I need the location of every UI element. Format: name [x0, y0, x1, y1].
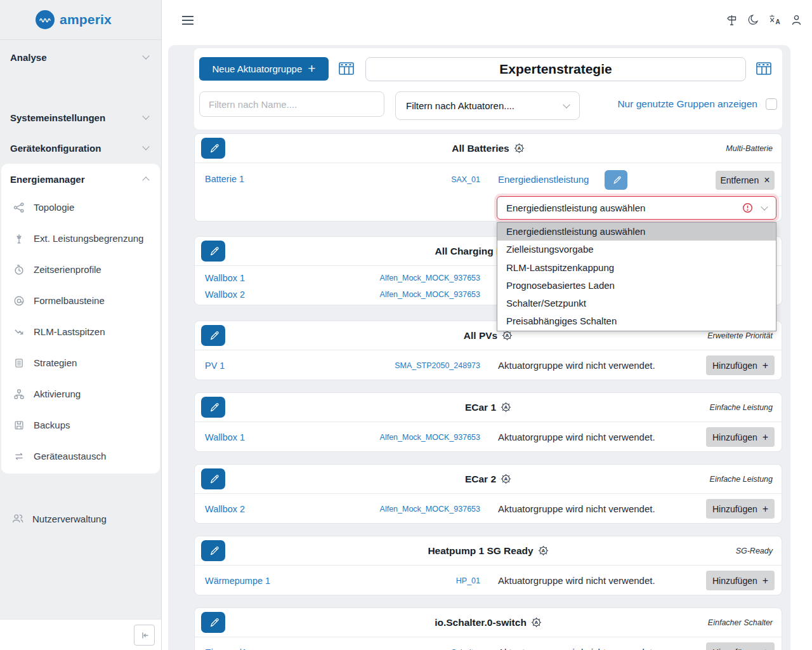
dropdown-option[interactable]: RLM-Lastspitzenkappung [497, 259, 776, 277]
group-card-heatpump-1: Heatpump 1 SG Ready A SG-Ready Wärmepump… [194, 536, 782, 595]
group-type-label: Multi-Batterie [726, 144, 773, 153]
service-dropdown-menu: Energiedienstleistung auswählen Zielleis… [497, 222, 776, 331]
add-group-button[interactable]: Hinzufügen + [706, 355, 775, 375]
device-link[interactable]: Alfen_Mock_MOCK_937653 [380, 505, 480, 514]
actuator-link[interactable]: Eingang/Ausgang [205, 647, 278, 650]
add-group-button[interactable]: Hinzufügen + [706, 571, 775, 590]
edit-group-button[interactable] [201, 612, 225, 633]
sidebar-item-aktivierung[interactable]: Aktivierung [1, 378, 160, 409]
amperix-wave-icon [36, 10, 55, 29]
chevron-down-icon [563, 101, 570, 108]
sidebar-section-systemeinstellungen[interactable]: Systemeinstellungen [0, 106, 161, 129]
device-link[interactable]: Alfen_Mock_MOCK_937653 [380, 433, 480, 442]
sidebar-item-nutzerverwaltung[interactable]: Nutzerverwaltung [0, 507, 161, 530]
actuator-link[interactable]: Batterie 1 [205, 174, 244, 184]
service-select-invalid[interactable]: Energiedienstleistung auswählen [497, 196, 776, 220]
sidebar-collapse-button[interactable] [134, 625, 155, 646]
sidebar-item-strategien[interactable]: Strategien [1, 347, 160, 378]
sidebar-item-rlm-lastspitzen[interactable]: RLM-Lastspitzen [1, 316, 160, 347]
timeseries-icon [13, 263, 25, 276]
service-link[interactable]: Energiedienstleistung [498, 174, 589, 185]
show-used-groups-checkbox[interactable] [766, 98, 777, 110]
filter-actuators-select[interactable]: Filtern nach Aktuatoren.... [395, 91, 580, 120]
dropdown-option[interactable]: Schalter/Setzpunkt [497, 295, 776, 312]
dropdown-option[interactable]: Zielleistungsvorgabe [497, 241, 776, 258]
group-type-label: SG-Ready [736, 547, 773, 555]
language-translate-icon[interactable]: A [768, 13, 782, 27]
group-title: Heatpump 1 SG Ready [428, 545, 533, 557]
edit-group-button[interactable] [201, 397, 225, 418]
sidebar-item-formelbausteine[interactable]: Formelbausteine [1, 285, 160, 316]
new-actuator-group-button[interactable]: Neue Aktuatorgruppe + [199, 57, 329, 81]
dark-mode-moon-icon[interactable] [746, 13, 760, 27]
auto-badge-icon: A [501, 474, 511, 484]
actuator-link[interactable]: Wallbox 2 [205, 504, 245, 514]
edit-group-button[interactable] [201, 241, 225, 262]
device-link[interactable]: SMA_STP2050_248973 [395, 361, 480, 370]
dropdown-option[interactable]: Prognosebasiertes Laden [497, 277, 776, 295]
actuator-link[interactable]: Wallbox 1 [205, 432, 245, 442]
strategy-header-panel: Neue Aktuatorgruppe + Filtern nach Aktua… [194, 48, 782, 129]
sidebar-item-ext-leistungsbegrenzung[interactable]: Ext. Leistungsbegrenzung [1, 223, 160, 254]
group-list-view-icon[interactable] [336, 58, 357, 79]
topology-icon [13, 201, 25, 214]
sidebar-section-geraetekonfiguration[interactable]: Gerätekonfiguration [0, 136, 161, 159]
actuator-link[interactable]: Wallbox 2 [205, 289, 245, 300]
sidebar-item-geraeteaustausch[interactable]: Geräteaustausch [1, 441, 160, 472]
strategy-title-input[interactable] [365, 57, 746, 81]
signpost-icon[interactable] [724, 13, 738, 27]
menu-toggle-icon[interactable] [181, 13, 195, 27]
main-content: Neue Aktuatorgruppe + Filtern nach Aktua… [162, 40, 812, 650]
sidebar-section-energiemanager[interactable]: Energiemanager [1, 166, 160, 192]
chevron-down-icon [761, 203, 768, 210]
show-used-groups-toggle[interactable]: Nur genutzte Gruppen anzeigen [617, 98, 777, 110]
chevron-up-icon [142, 176, 149, 183]
device-link[interactable]: Alfen_Mock_MOCK_937653 [380, 290, 480, 299]
svg-text:A: A [541, 548, 545, 554]
edit-group-button[interactable] [201, 325, 225, 346]
auto-badge-icon: A [538, 545, 549, 556]
actuator-link[interactable]: PV 1 [205, 361, 225, 371]
brand-logo[interactable]: amperix [0, 0, 161, 40]
svg-text:A: A [517, 145, 521, 151]
filter-name-input[interactable] [199, 91, 384, 117]
dropdown-option[interactable]: Preisabhängiges Schalten [497, 312, 776, 330]
auto-badge-icon: A [514, 143, 525, 154]
user-account-icon[interactable] [789, 13, 803, 27]
device-link[interactable]: SAX_01 [451, 175, 480, 184]
actuator-link[interactable]: Wärmepumpe 1 [205, 576, 270, 586]
app-window: amperix Analyse Systemeinstellungen Gerä… [0, 0, 812, 650]
chevron-down-icon [142, 143, 149, 150]
remove-service-button[interactable]: Entfernen × [716, 171, 775, 190]
device-link[interactable]: Alfen_Mock_MOCK_937653 [380, 274, 480, 282]
auto-badge-icon: A [501, 402, 511, 413]
plus-icon: + [763, 503, 768, 515]
add-group-button[interactable]: Hinzufügen + [706, 499, 775, 519]
svg-text:A: A [776, 18, 780, 25]
topbar: A [162, 0, 812, 40]
group-card-ecar-2: ECar 2 A Einfache Leistung Wallbox 2 Alf… [194, 464, 782, 524]
sidebar-item-topologie[interactable]: Topologie [1, 192, 160, 223]
edit-group-button[interactable] [201, 468, 225, 489]
edit-group-button[interactable] [201, 540, 225, 561]
add-group-button[interactable]: Hinzufügen + [706, 427, 775, 447]
group-type-label: Einfache Leistung [710, 403, 773, 412]
add-group-button[interactable]: Hinzufügen + [706, 642, 775, 650]
strategy-list-view-icon[interactable] [754, 58, 774, 79]
device-link[interactable]: HP_01 [456, 576, 480, 585]
group-type-label: Einfacher Schalter [708, 618, 773, 627]
plus-icon: + [763, 432, 768, 443]
group-title: io.Schalter.0-switch [435, 617, 527, 628]
sidebar-section-analyse[interactable]: Analyse [0, 46, 161, 69]
dropdown-option[interactable]: Energiedienstleistung auswählen [497, 223, 776, 241]
svg-text:A: A [504, 476, 508, 482]
actuator-link[interactable]: Wallbox 1 [205, 273, 245, 283]
sidebar-item-zeitserienprofile[interactable]: Zeitserienprofile [1, 254, 160, 285]
group-title: ECar 1 [465, 402, 496, 413]
group-status-text: Aktuatorgruppe wird nicht verwendet. [498, 503, 655, 514]
device-swap-icon [13, 450, 25, 463]
sidebar-item-backups[interactable]: Backups [1, 409, 160, 441]
svg-text:A: A [534, 620, 538, 625]
edit-service-button[interactable] [605, 170, 627, 190]
edit-group-button[interactable] [201, 138, 225, 159]
